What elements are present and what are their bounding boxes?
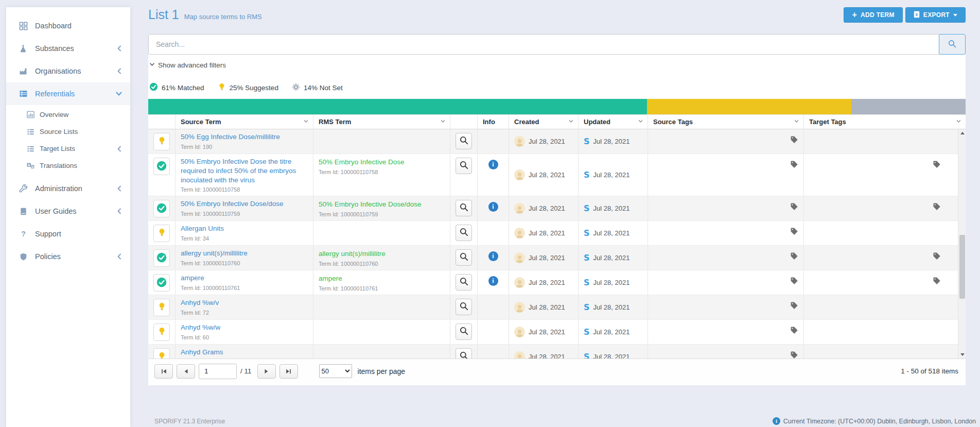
- match-status-button[interactable]: [153, 274, 170, 292]
- preview-term-button[interactable]: [456, 133, 472, 149]
- add-term-button[interactable]: + ADD TERM: [844, 7, 902, 23]
- search-input[interactable]: [148, 34, 940, 55]
- tag-icon[interactable]: [790, 160, 798, 170]
- column-header-rms-term[interactable]: RMS Term: [313, 115, 450, 129]
- column-header-target-tags[interactable]: Target Tags: [804, 115, 966, 129]
- source-term-link[interactable]: 50% Egg Infective Dose/millilitre: [181, 132, 308, 142]
- match-status-button[interactable]: [153, 133, 170, 150]
- column-header-source-tags[interactable]: Source Tags: [648, 115, 804, 129]
- column-header-source-term[interactable]: Source Term: [176, 115, 313, 129]
- sidebar-item-target-lists[interactable]: Target Lists: [6, 140, 130, 157]
- previous-page-button[interactable]: [177, 364, 195, 379]
- source-term-id: Term Id: 60: [181, 334, 308, 340]
- source-term-link[interactable]: Anhyd %w/w: [181, 323, 308, 332]
- tag-icon[interactable]: [933, 277, 941, 287]
- vertical-scrollbar[interactable]: [958, 129, 966, 358]
- sort-chevron-icon[interactable]: [303, 118, 309, 126]
- sidebar-item-policies[interactable]: Policies: [6, 245, 130, 268]
- tag-icon[interactable]: [790, 326, 798, 336]
- info-icon[interactable]: i: [488, 276, 498, 286]
- tag-icon[interactable]: [933, 160, 941, 170]
- sidebar-item-source-lists[interactable]: Source Lists: [6, 123, 130, 140]
- sort-chevron-icon[interactable]: [638, 118, 643, 126]
- preview-term-button[interactable]: [456, 348, 472, 358]
- sidebar-item-dashboard[interactable]: Dashboard: [6, 14, 130, 37]
- sidebar-item-user-guides[interactable]: User Guides: [6, 200, 130, 223]
- matched-stat: 61% Matched: [149, 82, 204, 93]
- source-term-link[interactable]: 50% Embryo Infective Dose the titre requ…: [181, 157, 308, 184]
- column-header-created[interactable]: Created: [509, 115, 579, 129]
- last-page-button[interactable]: [279, 364, 298, 379]
- table-row: 50% Embryo Infective Dose the titre requ…: [148, 154, 966, 196]
- sidebar-item-label: Translations: [40, 162, 77, 169]
- source-term-link[interactable]: ampere: [181, 274, 308, 283]
- tag-icon[interactable]: [790, 202, 798, 213]
- tag-icon[interactable]: [790, 227, 798, 237]
- source-term-link[interactable]: Anhyd %w/v: [181, 298, 308, 308]
- first-page-button[interactable]: [154, 364, 173, 379]
- excel-file-icon: x: [914, 11, 920, 20]
- match-status-button[interactable]: [153, 299, 170, 316]
- scroll-down-icon[interactable]: [958, 351, 966, 358]
- column-header-updated[interactable]: Updated: [579, 115, 648, 129]
- preview-term-button[interactable]: [456, 299, 472, 315]
- column-header-info: Info: [478, 115, 509, 129]
- next-page-button[interactable]: [257, 364, 276, 379]
- sort-chevron-icon[interactable]: [794, 118, 799, 126]
- updated-cell: S Jul 28, 2021: [579, 246, 648, 270]
- sidebar-item-translations[interactable]: AxTranslations: [6, 157, 130, 174]
- info-icon[interactable]: i: [488, 160, 498, 169]
- search-button[interactable]: [939, 34, 966, 55]
- source-term-link[interactable]: allergy unit(s)/millilitre: [181, 249, 308, 258]
- match-status-button[interactable]: [153, 200, 170, 217]
- preview-term-button[interactable]: [456, 200, 472, 216]
- magnifier-icon: [459, 227, 469, 238]
- match-status-button[interactable]: [153, 225, 170, 242]
- export-button[interactable]: x EXPORT: [905, 7, 966, 23]
- scroll-up-icon[interactable]: [958, 129, 966, 137]
- page-number-input[interactable]: [199, 364, 237, 379]
- tag-icon[interactable]: [790, 277, 798, 287]
- sidebar-item-overview[interactable]: Overview: [6, 106, 130, 123]
- sidebar-item-label: User Guides: [35, 207, 77, 215]
- sidebar-item-substances[interactable]: Substances: [6, 37, 130, 60]
- info-icon[interactable]: i: [488, 202, 498, 212]
- updated-date: Jul 28, 2021: [593, 353, 630, 358]
- tag-icon[interactable]: [790, 351, 798, 358]
- updated-date: Jul 28, 2021: [593, 171, 630, 179]
- sort-chevron-icon[interactable]: [440, 118, 446, 126]
- sidebar-item-support[interactable]: ?Support: [6, 223, 130, 245]
- source-term-link[interactable]: Allergan Units: [181, 224, 308, 233]
- sort-chevron-icon[interactable]: [568, 118, 574, 126]
- match-status-button[interactable]: [153, 323, 170, 341]
- match-status-button[interactable]: [153, 158, 170, 175]
- page-size-select[interactable]: 50: [319, 364, 352, 378]
- preview-term-button[interactable]: [456, 225, 472, 241]
- pagination-bar: / 11 50 items per page 1 - 50 of 518 ite…: [148, 358, 966, 383]
- preview-term-button[interactable]: [456, 323, 472, 340]
- created-date: Jul 28, 2021: [529, 303, 565, 311]
- tag-icon[interactable]: [933, 202, 941, 213]
- tag-icon[interactable]: [790, 252, 798, 262]
- updated-cell: S Jul 28, 2021: [579, 295, 648, 319]
- sidebar-item-referentials[interactable]: Referentials: [6, 82, 130, 105]
- preview-term-button[interactable]: [456, 249, 472, 266]
- tag-icon[interactable]: [933, 252, 941, 262]
- match-status-button[interactable]: [153, 249, 170, 267]
- sidebar-item-organisations[interactable]: Organisations: [6, 60, 130, 82]
- preview-term-button[interactable]: [456, 158, 472, 174]
- scrollbar-thumb[interactable]: [959, 235, 965, 299]
- sporify-logo-icon: S: [584, 278, 590, 287]
- match-status-button[interactable]: [153, 348, 170, 358]
- preview-term-button[interactable]: [456, 274, 472, 291]
- tag-icon[interactable]: [790, 301, 798, 312]
- source-term-link[interactable]: Anhyd Grams: [181, 348, 308, 357]
- tag-icon[interactable]: [790, 135, 798, 146]
- list-icon: [27, 128, 34, 135]
- advanced-filters-toggle[interactable]: Show advanced filters: [148, 55, 966, 74]
- sort-chevron-icon[interactable]: [956, 118, 961, 126]
- target-tags-cell: [804, 345, 966, 358]
- info-icon[interactable]: i: [488, 251, 498, 261]
- source-term-link[interactable]: 50% Embryo Infective Dose/dose: [181, 199, 308, 209]
- sidebar-item-administration[interactable]: Administration: [6, 177, 130, 200]
